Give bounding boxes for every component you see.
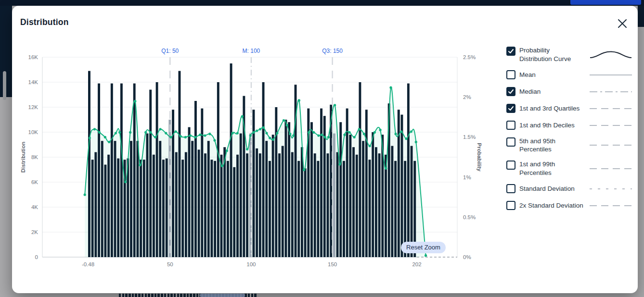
histogram-bar <box>320 109 322 257</box>
x-axis-tick: 150 <box>328 261 337 267</box>
histogram-bar <box>120 84 123 257</box>
close-button[interactable] <box>615 16 630 31</box>
histogram-bar <box>143 160 145 257</box>
histogram-bar <box>233 167 235 257</box>
histogram-bar <box>398 110 400 257</box>
histogram-bar <box>297 161 300 257</box>
histogram-bar <box>207 141 210 257</box>
legend-item-label: 5th and 95th Percentiles <box>519 137 583 154</box>
histogram-bar <box>101 141 103 257</box>
legend-item-label: Median <box>519 87 583 96</box>
histogram-bar <box>188 127 191 257</box>
histogram-bar <box>130 141 132 257</box>
histogram-bar <box>269 161 271 257</box>
y-left-tick: 2K <box>31 229 38 235</box>
legend-line-style-icon <box>589 184 632 194</box>
distribution-chart[interactable]: 02K4K6K8K10K12K14K16K0%0.5%1%1.5%2%2.5%-… <box>19 46 486 272</box>
histogram-bar <box>346 109 348 257</box>
histogram-bar <box>236 155 239 257</box>
histogram-bar <box>359 82 361 257</box>
y-left-axis-title: Distribution <box>20 142 26 173</box>
histogram-bar <box>104 165 106 257</box>
distribution-modal: Distribution 02K4K6K8K10K12K14K16K0%0.5%… <box>12 6 638 293</box>
legend-checkbox[interactable] <box>506 104 515 113</box>
background-side-tab <box>3 71 6 100</box>
checkmark-icon <box>507 105 515 112</box>
histogram-bar <box>159 141 161 257</box>
histogram-bar <box>246 153 248 257</box>
histogram-bar <box>262 82 265 257</box>
legend-line-style-icon <box>589 120 632 131</box>
histogram-bar <box>94 152 97 257</box>
histogram-bar <box>391 146 393 257</box>
histogram-bar <box>256 148 258 257</box>
y-left-tick: 14K <box>28 79 39 85</box>
histogram-bar <box>394 161 397 257</box>
x-axis-tick: 202 <box>412 261 421 267</box>
histogram-bar <box>372 132 374 257</box>
histogram-bar <box>204 153 206 257</box>
y-right-tick: 2.5% <box>463 54 476 60</box>
histogram-bar <box>327 153 329 257</box>
histogram-bar <box>230 63 232 257</box>
legend-checkbox[interactable] <box>506 70 515 79</box>
legend-line-style-icon <box>589 200 632 211</box>
histogram-bar <box>411 146 413 257</box>
histogram-bar <box>166 159 168 257</box>
legend-checkbox[interactable] <box>506 161 515 170</box>
background-mini-histogram-selection <box>200 294 245 297</box>
distribution-chart-svg: 02K4K6K8K10K12K14K16K0%0.5%1%1.5%2%2.5%-… <box>19 46 486 272</box>
legend-item-label: 2x Standard Deviation <box>519 201 583 210</box>
histogram-bar <box>185 152 187 257</box>
histogram-bar <box>114 141 116 257</box>
y-left-tick: 4K <box>31 204 38 210</box>
legend-checkbox[interactable] <box>506 121 515 130</box>
background-primary-button[interactable] <box>570 0 641 5</box>
histogram-bar <box>153 155 155 257</box>
histogram-bar <box>356 155 358 257</box>
x-axis-tick: 50 <box>167 261 173 267</box>
legend-line-style-icon <box>589 103 632 114</box>
y-right-tick: 0.5% <box>463 214 476 220</box>
histogram-bar <box>191 141 193 257</box>
legend-item: 2x Standard Deviation <box>506 200 632 211</box>
legend-item: Median <box>506 87 632 97</box>
histogram-bar <box>369 160 371 257</box>
y-left-tick: 0 <box>35 254 38 260</box>
histogram-bar <box>210 160 213 257</box>
legend-line-style-icon <box>589 70 632 80</box>
chart-legend: Probability Distribution Curve Mean Medi… <box>506 46 632 211</box>
legend-checkbox[interactable] <box>506 47 515 56</box>
x-axis-tick: -0.48 <box>82 261 94 267</box>
y-right-tick: 2% <box>463 94 471 100</box>
y-left-tick: 8K <box>31 154 38 160</box>
legend-item-label: 1st and 99th Percentiles <box>519 160 583 177</box>
histogram-bar <box>133 84 136 257</box>
legend-checkbox[interactable] <box>506 137 515 147</box>
histogram-bar <box>217 82 219 257</box>
histogram-bar <box>181 160 184 257</box>
close-icon <box>615 16 630 31</box>
histogram-bar-highlighted <box>333 134 335 257</box>
histogram-bar <box>317 161 319 257</box>
legend-item-label: Standard Deviation <box>519 185 583 193</box>
histogram-bar <box>291 152 294 257</box>
histogram-bar <box>385 155 387 257</box>
histogram-bar <box>156 82 158 257</box>
histogram-bar <box>194 101 197 257</box>
reset-zoom-button[interactable]: Reset Zoom <box>401 242 446 253</box>
legend-line-style-icon <box>589 87 632 97</box>
legend-checkbox[interactable] <box>506 201 515 210</box>
histogram-bar <box>111 84 113 257</box>
histogram-bar <box>365 110 368 257</box>
y-left-tick: 6K <box>31 179 38 185</box>
histogram-bar <box>336 152 339 257</box>
histogram-bar <box>304 168 307 257</box>
histogram-bar <box>278 153 281 257</box>
legend-checkbox[interactable] <box>506 87 515 96</box>
legend-item: Standard Deviation <box>506 184 632 194</box>
legend-checkbox[interactable] <box>506 184 515 193</box>
histogram-bar <box>407 84 410 257</box>
legend-item: 1st and 9th Deciles <box>506 120 632 131</box>
legend-item: 1st and 99th Percentiles <box>506 160 632 177</box>
